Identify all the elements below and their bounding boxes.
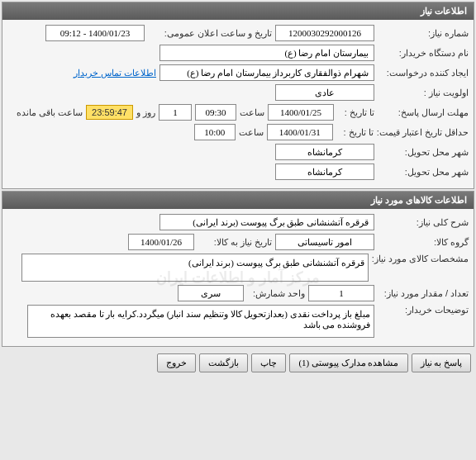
goods-info-panel: اطلاعات کالاهای مورد نیاز شرح کلی نیاز: … [2,191,474,347]
unit-label: واحد شمارش: [247,288,305,299]
back-button[interactable]: بازگشت [199,353,248,372]
days-count-field[interactable] [159,104,192,121]
goods-info-body: شرح کلی نیاز: گروه کالا: تاریخ نیاز به ک… [2,209,474,346]
spec-field[interactable] [21,254,369,282]
need-date-label: تاریخ نیاز به کالا: [198,237,272,248]
need-info-panel: اطلاعات نیاز شماره نیاز: تاریخ و ساعت اع… [2,2,474,189]
attachments-button[interactable]: مشاهده مدارک پیوستی (1) [289,353,407,372]
button-bar: پاسخ به نیاز مشاهده مدارک پیوستی (1) چاپ… [0,349,476,377]
buyer-org-label: نام دستگاه خریدار: [378,48,469,59]
contact-link[interactable]: اطلاعات تماس خریدار [74,68,156,78]
need-date-field[interactable] [128,234,194,250]
need-number-field[interactable] [275,25,374,41]
priority-label: اولویت نیاز : [378,88,469,98]
days-label: روز و [136,107,155,118]
reply-deadline-label: مهلت ارسال پاسخ: [378,107,469,118]
exit-button[interactable]: خروج [157,353,196,372]
general-desc-field[interactable] [159,214,374,230]
delivery-city-field[interactable] [275,144,374,160]
requester-field[interactable] [159,64,374,81]
reply-button[interactable]: پاسخ به نیاز [412,353,472,372]
remaining-label: ساعت باقی مانده [17,107,83,118]
remaining-time: 23:59:47 [86,105,133,120]
price-until-date-field[interactable] [267,124,333,140]
delivery-city-field-2[interactable] [275,164,374,180]
need-info-header: اطلاعات نیاز [2,2,474,20]
qty-label: تعداد / مقدار مورد نیاز: [378,288,469,299]
time-label-1: ساعت [240,107,264,118]
goods-group-label: گروه کالا: [378,237,469,248]
price-validity-label: حداقل تاریخ اعتبار قیمت: [377,127,469,138]
until-date-label: تا تاریخ : [337,107,374,118]
goods-group-field[interactable] [275,234,374,250]
need-number-label: شماره نیاز: [378,28,469,39]
priority-field[interactable] [275,84,374,101]
delivery-city-label: شهر محل تحویل: [378,147,469,158]
goods-info-header: اطلاعات کالاهای مورد نیاز [2,192,474,209]
buyer-org-field[interactable] [159,45,374,61]
qty-field[interactable] [308,285,374,301]
time-label-2: ساعت [239,127,264,138]
spec-label: مشخصات کالای مورد نیاز: [372,254,469,264]
public-announce-label: تاریخ و ساعت اعلان عمومی: [148,28,272,39]
buyer-notes-label: توضیحات خریدار: [378,305,469,315]
until-time-field[interactable] [195,104,236,121]
delivery-city-label-2: شهر محل تحویل: [378,167,469,178]
public-announce-field[interactable] [45,25,145,41]
buyer-notes-field[interactable] [27,305,374,338]
general-desc-label: شرح کلی نیاز: [378,217,469,228]
price-until-time-field[interactable] [194,124,236,140]
print-button[interactable]: چاپ [251,353,286,372]
requester-label: ایجاد کننده درخواست: [378,68,469,78]
unit-field[interactable] [178,285,244,301]
until-date-field[interactable] [268,104,334,121]
until-date-label-2: تا تاریخ : [336,127,374,138]
need-info-body: شماره نیاز: تاریخ و ساعت اعلان عمومی: نا… [2,20,474,188]
